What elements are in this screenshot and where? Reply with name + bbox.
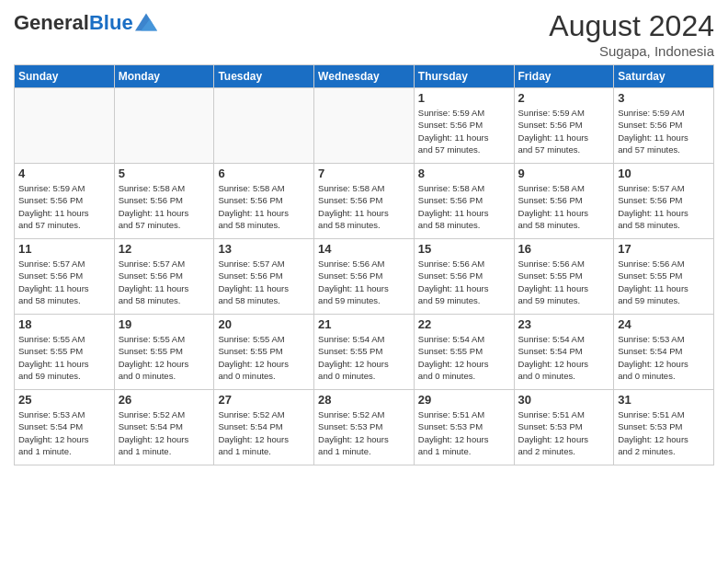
- calendar-cell: 11Sunrise: 5:57 AM Sunset: 5:56 PM Dayli…: [15, 239, 115, 315]
- day-info: Sunrise: 5:54 AM Sunset: 5:55 PM Dayligh…: [418, 333, 510, 382]
- day-number: 20: [218, 317, 310, 331]
- col-monday: Monday: [114, 65, 214, 88]
- logo-general: General: [14, 11, 89, 34]
- day-number: 25: [18, 393, 110, 407]
- calendar-cell: 9Sunrise: 5:58 AM Sunset: 5:56 PM Daylig…: [514, 164, 614, 239]
- calendar-cell: [214, 88, 314, 164]
- day-number: 3: [618, 91, 710, 105]
- location: Sugapa, Indonesia: [549, 43, 714, 59]
- calendar-cell: 5Sunrise: 5:58 AM Sunset: 5:56 PM Daylig…: [114, 164, 214, 239]
- day-number: 18: [18, 317, 110, 331]
- calendar-cell: 21Sunrise: 5:54 AM Sunset: 5:55 PM Dayli…: [314, 315, 415, 390]
- day-info: Sunrise: 5:55 AM Sunset: 5:55 PM Dayligh…: [119, 333, 210, 382]
- logo-text: GeneralBlue: [14, 13, 133, 33]
- calendar-cell: 7Sunrise: 5:58 AM Sunset: 5:56 PM Daylig…: [314, 164, 415, 239]
- calendar-cell: 25Sunrise: 5:53 AM Sunset: 5:54 PM Dayli…: [15, 390, 115, 465]
- calendar-cell: 31Sunrise: 5:51 AM Sunset: 5:53 PM Dayli…: [614, 390, 714, 465]
- col-saturday: Saturday: [614, 65, 714, 88]
- day-number: 9: [518, 167, 610, 180]
- day-info: Sunrise: 5:58 AM Sunset: 5:56 PM Dayligh…: [218, 182, 310, 231]
- calendar-week-2: 4Sunrise: 5:59 AM Sunset: 5:56 PM Daylig…: [15, 164, 714, 239]
- day-info: Sunrise: 5:56 AM Sunset: 5:55 PM Dayligh…: [518, 258, 610, 306]
- day-info: Sunrise: 5:54 AM Sunset: 5:54 PM Dayligh…: [518, 333, 610, 382]
- calendar: Sunday Monday Tuesday Wednesday Thursday…: [14, 64, 714, 465]
- calendar-cell: 24Sunrise: 5:53 AM Sunset: 5:54 PM Dayli…: [614, 315, 714, 390]
- page: GeneralBlue August 2024 Sugapa, Indonesi…: [0, 0, 728, 563]
- calendar-cell: 18Sunrise: 5:55 AM Sunset: 5:55 PM Dayli…: [15, 315, 115, 390]
- day-number: 2: [518, 91, 610, 105]
- calendar-cell: [114, 88, 214, 164]
- day-info: Sunrise: 5:53 AM Sunset: 5:54 PM Dayligh…: [18, 408, 110, 457]
- calendar-cell: [15, 88, 115, 164]
- calendar-week-1: 1Sunrise: 5:59 AM Sunset: 5:56 PM Daylig…: [15, 88, 714, 164]
- calendar-cell: 17Sunrise: 5:56 AM Sunset: 5:55 PM Dayli…: [614, 239, 714, 315]
- day-number: 8: [418, 167, 510, 180]
- day-info: Sunrise: 5:53 AM Sunset: 5:54 PM Dayligh…: [618, 333, 710, 382]
- day-number: 31: [618, 393, 710, 407]
- calendar-cell: 28Sunrise: 5:52 AM Sunset: 5:53 PM Dayli…: [314, 390, 415, 465]
- day-number: 27: [218, 393, 310, 407]
- day-number: 26: [119, 393, 210, 407]
- day-info: Sunrise: 5:59 AM Sunset: 5:56 PM Dayligh…: [518, 107, 610, 155]
- day-info: Sunrise: 5:51 AM Sunset: 5:53 PM Dayligh…: [418, 408, 510, 457]
- calendar-cell: 22Sunrise: 5:54 AM Sunset: 5:55 PM Dayli…: [414, 315, 514, 390]
- calendar-week-4: 18Sunrise: 5:55 AM Sunset: 5:55 PM Dayli…: [15, 315, 714, 390]
- calendar-cell: 4Sunrise: 5:59 AM Sunset: 5:56 PM Daylig…: [15, 164, 115, 239]
- month-year: August 2024: [549, 9, 714, 43]
- day-number: 29: [418, 393, 510, 407]
- day-info: Sunrise: 5:55 AM Sunset: 5:55 PM Dayligh…: [218, 333, 310, 382]
- calendar-cell: 10Sunrise: 5:57 AM Sunset: 5:56 PM Dayli…: [614, 164, 714, 239]
- logo-icon: [135, 13, 157, 31]
- title-block: August 2024 Sugapa, Indonesia: [549, 9, 714, 59]
- calendar-cell: 13Sunrise: 5:57 AM Sunset: 5:56 PM Dayli…: [214, 239, 314, 315]
- col-wednesday: Wednesday: [314, 65, 415, 88]
- day-number: 14: [318, 242, 410, 256]
- header: GeneralBlue August 2024 Sugapa, Indonesi…: [14, 9, 714, 59]
- day-info: Sunrise: 5:59 AM Sunset: 5:56 PM Dayligh…: [418, 107, 510, 155]
- calendar-week-3: 11Sunrise: 5:57 AM Sunset: 5:56 PM Dayli…: [15, 239, 714, 315]
- day-info: Sunrise: 5:57 AM Sunset: 5:56 PM Dayligh…: [18, 258, 110, 306]
- day-info: Sunrise: 5:56 AM Sunset: 5:55 PM Dayligh…: [618, 258, 710, 306]
- day-number: 13: [218, 242, 310, 256]
- calendar-cell: 30Sunrise: 5:51 AM Sunset: 5:53 PM Dayli…: [514, 390, 614, 465]
- day-info: Sunrise: 5:57 AM Sunset: 5:56 PM Dayligh…: [618, 182, 710, 231]
- day-number: 22: [418, 317, 510, 331]
- day-number: 24: [618, 317, 710, 331]
- day-number: 4: [18, 167, 110, 180]
- day-number: 17: [618, 242, 710, 256]
- day-info: Sunrise: 5:58 AM Sunset: 5:56 PM Dayligh…: [318, 182, 410, 231]
- calendar-cell: 27Sunrise: 5:52 AM Sunset: 5:54 PM Dayli…: [214, 390, 314, 465]
- day-number: 5: [119, 167, 210, 180]
- calendar-cell: 29Sunrise: 5:51 AM Sunset: 5:53 PM Dayli…: [414, 390, 514, 465]
- col-tuesday: Tuesday: [214, 65, 314, 88]
- day-info: Sunrise: 5:51 AM Sunset: 5:53 PM Dayligh…: [618, 408, 710, 457]
- day-number: 28: [318, 393, 410, 407]
- day-info: Sunrise: 5:55 AM Sunset: 5:55 PM Dayligh…: [18, 333, 110, 382]
- calendar-cell: 26Sunrise: 5:52 AM Sunset: 5:54 PM Dayli…: [114, 390, 214, 465]
- calendar-cell: 14Sunrise: 5:56 AM Sunset: 5:56 PM Dayli…: [314, 239, 415, 315]
- calendar-cell: [314, 88, 415, 164]
- calendar-header-row: Sunday Monday Tuesday Wednesday Thursday…: [15, 65, 714, 88]
- calendar-cell: 1Sunrise: 5:59 AM Sunset: 5:56 PM Daylig…: [414, 88, 514, 164]
- day-info: Sunrise: 5:59 AM Sunset: 5:56 PM Dayligh…: [618, 107, 710, 155]
- day-info: Sunrise: 5:58 AM Sunset: 5:56 PM Dayligh…: [518, 182, 610, 231]
- calendar-cell: 19Sunrise: 5:55 AM Sunset: 5:55 PM Dayli…: [114, 315, 214, 390]
- col-thursday: Thursday: [414, 65, 514, 88]
- day-number: 10: [618, 167, 710, 180]
- day-number: 30: [518, 393, 610, 407]
- day-info: Sunrise: 5:59 AM Sunset: 5:56 PM Dayligh…: [18, 182, 110, 231]
- col-friday: Friday: [514, 65, 614, 88]
- day-number: 21: [318, 317, 410, 331]
- day-info: Sunrise: 5:52 AM Sunset: 5:54 PM Dayligh…: [119, 408, 210, 457]
- logo: GeneralBlue: [14, 13, 157, 33]
- day-info: Sunrise: 5:58 AM Sunset: 5:56 PM Dayligh…: [119, 182, 210, 231]
- day-number: 19: [119, 317, 210, 331]
- day-number: 15: [418, 242, 510, 256]
- day-number: 6: [218, 167, 310, 180]
- day-info: Sunrise: 5:58 AM Sunset: 5:56 PM Dayligh…: [418, 182, 510, 231]
- calendar-cell: 3Sunrise: 5:59 AM Sunset: 5:56 PM Daylig…: [614, 88, 714, 164]
- day-info: Sunrise: 5:57 AM Sunset: 5:56 PM Dayligh…: [119, 258, 210, 306]
- calendar-cell: 16Sunrise: 5:56 AM Sunset: 5:55 PM Dayli…: [514, 239, 614, 315]
- calendar-cell: 6Sunrise: 5:58 AM Sunset: 5:56 PM Daylig…: [214, 164, 314, 239]
- day-info: Sunrise: 5:52 AM Sunset: 5:53 PM Dayligh…: [318, 408, 410, 457]
